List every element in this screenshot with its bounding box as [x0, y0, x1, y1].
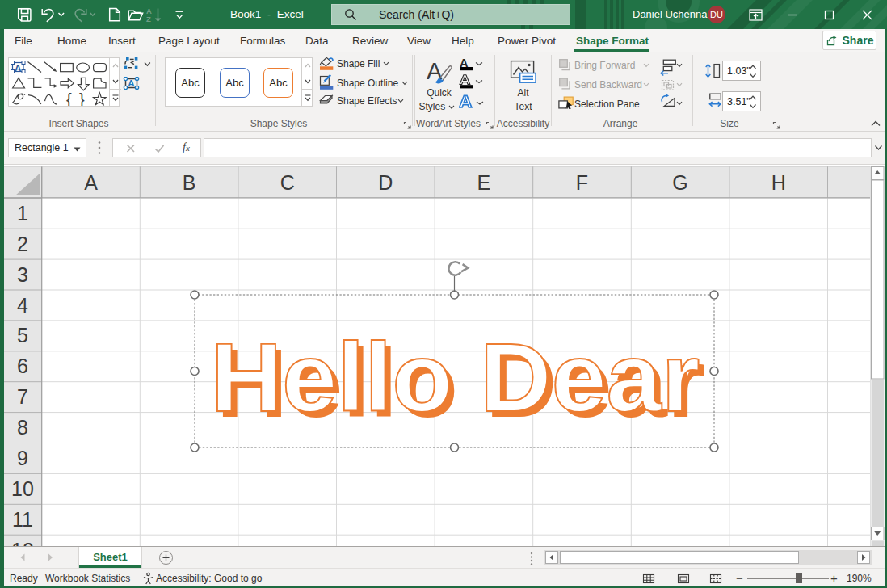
svg-text:Z: Z: [146, 15, 151, 23]
svg-text:}: }: [79, 90, 85, 106]
svg-text:A: A: [15, 63, 21, 73]
svg-text:{: {: [66, 90, 72, 106]
svg-text:A: A: [128, 78, 134, 88]
